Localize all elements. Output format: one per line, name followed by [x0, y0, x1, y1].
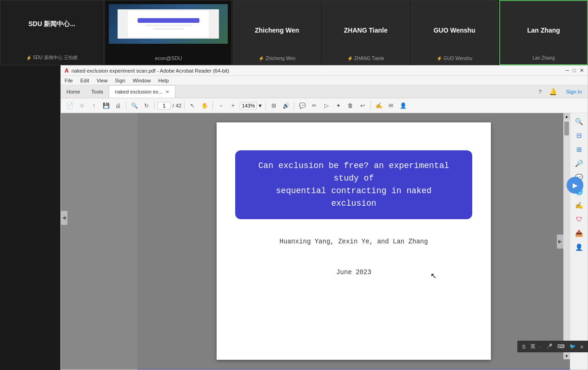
tab-bell-icon[interactable]: 🔔 [545, 85, 561, 98]
left-sidebar-panel: ◀ [61, 113, 138, 370]
toolbar-undo[interactable]: ↩ [357, 101, 368, 111]
toolbar-bookmark[interactable]: ☆ [77, 101, 87, 111]
right-icon-layout[interactable]: ⊞ [572, 143, 586, 156]
scroll-up-button[interactable]: ▲ [563, 113, 570, 120]
menu-edit[interactable]: Edit [80, 78, 89, 83]
toolbar-page-input[interactable] [158, 102, 171, 109]
ime-wubi[interactable]: 🐦 [568, 343, 578, 350]
pdf-authors: Huanxing Yang, Zexin Ye, and Lan Zhang [279, 238, 428, 245]
pdf-title-text: Can exclusion be free? an experimental s… [251, 160, 456, 210]
toolbar-highlight[interactable]: ▷ [321, 101, 331, 111]
video-tile-screen[interactable]: econ@SDU [105, 0, 232, 65]
toolbar-separator-3 [184, 101, 185, 110]
video-tile-guo[interactable]: GUO Wenshu ⚡ GUO Wenshu [410, 0, 498, 65]
tile-screen-sub: econ@SDU [155, 55, 182, 61]
toolbar-select[interactable]: ↖ [187, 101, 198, 111]
collapse-left-panel[interactable]: ◀ [61, 211, 67, 225]
video-tile-lan[interactable]: Lan Zhang Lan Zhang [499, 0, 588, 65]
right-icon-protect[interactable]: 🛡 [572, 213, 586, 226]
collapse-right-panel[interactable]: ▶ [557, 235, 563, 249]
toolbar-new[interactable]: 📄 [65, 101, 75, 111]
tab-tools[interactable]: Tools [86, 85, 109, 98]
pdf-status-bar: Huanxing Yang, Zexin Ye, and Lan Zhang (… [138, 369, 570, 370]
ime-mic[interactable]: 🎤 [544, 343, 555, 350]
ime-keyboard[interactable]: ⌨ [555, 343, 567, 350]
tab-active-document[interactable]: naked exclusion ex... ✕ [109, 85, 175, 98]
toolbar-pencil[interactable]: ✏ [309, 101, 319, 111]
acrobat-window: A naked exclusion experiment scan.pdf - … [60, 65, 588, 370]
cursor-indicator: ↖ [430, 271, 436, 280]
tile-guo-name: GUO Wenshu [434, 27, 476, 34]
tab-signin-button[interactable]: Sign In [561, 85, 588, 98]
right-icon-export[interactable]: 📤 [572, 227, 586, 240]
video-tile-zhicheng[interactable]: Zhicheng Wen ⚡ Zhicheng Wen [233, 0, 321, 65]
window-maximize[interactable]: □ [573, 67, 576, 74]
toolbar: 📄 ☆ ↑ 💾 🖨 🔍 ↻ / 42 ↖ ✋ − + ▼ ⊞ 🔊 💬 ✏ ▷ ✦… [61, 98, 588, 113]
right-icon-zoom[interactable]: 🔍 [572, 115, 586, 128]
toolbar-hand[interactable]: ✋ [199, 101, 210, 111]
tab-close-button[interactable]: ✕ [165, 89, 169, 94]
tile-guo-footer: ⚡ GUO Wenshu [436, 56, 472, 61]
toolbar-zoom-dropdown[interactable]: ▼ [258, 103, 263, 108]
right-icon-search[interactable]: 🔎 [572, 157, 586, 170]
toolbar-zoom-level: ▼ [240, 102, 263, 109]
tile-sdu-mic: ⚡ SDU 新闻中心 王怡婧 [26, 54, 78, 61]
title-bar: A naked exclusion experiment scan.pdf - … [61, 66, 588, 76]
tab-home[interactable]: Home [61, 85, 86, 98]
right-icon-bookmark[interactable]: ⊟ [572, 129, 586, 142]
tile-zhicheng-footer: ⚡ Zhicheng Wen [258, 56, 295, 61]
tile-sdu-name: SDU 新闻中心... [28, 20, 75, 28]
menu-view[interactable]: View [97, 78, 108, 83]
scroll-down-button[interactable]: ▼ [563, 353, 570, 359]
toolbar-page-total: 42 [176, 103, 181, 108]
menu-help[interactable]: Help [159, 78, 169, 83]
toolbar-comment[interactable]: 💬 [297, 101, 307, 111]
toolbar-snap[interactable]: ⊞ [269, 101, 279, 111]
tile-lan-sub: Lan Zhang [533, 55, 555, 61]
video-bar: SDU 新闻中心... ⚡ SDU 新闻中心 王怡婧 econ@SDU Zhic… [0, 0, 588, 65]
menu-window[interactable]: Window [132, 78, 151, 83]
tab-help-icon[interactable]: ? [535, 85, 545, 98]
pdf-date: June 2023 [336, 269, 371, 276]
tab-active-label: naked exclusion ex... [115, 89, 163, 94]
scroll-thumb[interactable] [564, 121, 569, 135]
toolbar-delete[interactable]: 🗑 [345, 101, 356, 111]
toolbar-user[interactable]: 👤 [398, 101, 408, 111]
toolbar-share[interactable]: ↑ [89, 101, 99, 111]
menu-sign[interactable]: Sign [115, 78, 125, 83]
toolbar-page-sep: / [172, 103, 174, 108]
window-minimize[interactable]: ─ [566, 67, 569, 74]
toolbar-separator-5 [265, 101, 266, 110]
right-icon-user[interactable]: 👤 [572, 241, 586, 254]
ime-s[interactable]: S [520, 343, 527, 350]
toolbar-zoom-in[interactable]: + [228, 101, 238, 111]
pdf-viewer[interactable]: Can exclusion be free? an experimental s… [138, 113, 570, 370]
toolbar-stamp[interactable]: ✦ [333, 101, 344, 111]
tab-bar: Home Tools naked exclusion ex... ✕ ? 🔔 S… [61, 85, 588, 98]
toolbar-read[interactable]: 🔊 [281, 101, 291, 111]
ime-dot: · [538, 343, 543, 350]
toolbar-zoom-out[interactable]: − [216, 101, 226, 111]
toolbar-edit-pen[interactable]: ✍ [374, 101, 384, 111]
toolbar-zoom-input[interactable] [240, 102, 257, 109]
ime-lang[interactable]: 英 [529, 342, 537, 351]
toolbar-separator-4 [212, 101, 213, 110]
toolbar-zoom-out-small[interactable]: 🔍 [129, 101, 139, 111]
window-close[interactable]: ✕ [580, 67, 584, 74]
ime-bar: S 英 · 🎤 ⌨ 🐦 ≡ [517, 341, 588, 352]
video-tile-zhang[interactable]: ZHANG Tianle ⚡ ZHANG Tianle [322, 0, 410, 65]
pdf-page: Can exclusion be free? an experimental s… [217, 122, 491, 360]
video-tile-sdu[interactable]: SDU 新闻中心... ⚡ SDU 新闻中心 王怡婧 [0, 0, 104, 65]
title-bar-text: naked exclusion experiment scan.pdf - Ad… [72, 68, 229, 74]
toolbar-email[interactable]: ✉ [386, 101, 396, 111]
nav-arrow[interactable] [567, 177, 583, 194]
ime-menu[interactable]: ≡ [579, 343, 585, 350]
toolbar-print[interactable]: 🖨 [113, 101, 123, 111]
menu-file[interactable]: File [65, 78, 73, 83]
pdf-scrollbar[interactable]: ▲ ▼ [563, 113, 570, 359]
toolbar-page-nav: / 42 [158, 102, 181, 109]
toolbar-rotate[interactable]: ↻ [141, 101, 152, 111]
right-icon-sign[interactable]: ✍ [572, 199, 586, 212]
toolbar-save[interactable]: 💾 [101, 101, 111, 111]
toolbar-separator-2 [154, 101, 155, 110]
